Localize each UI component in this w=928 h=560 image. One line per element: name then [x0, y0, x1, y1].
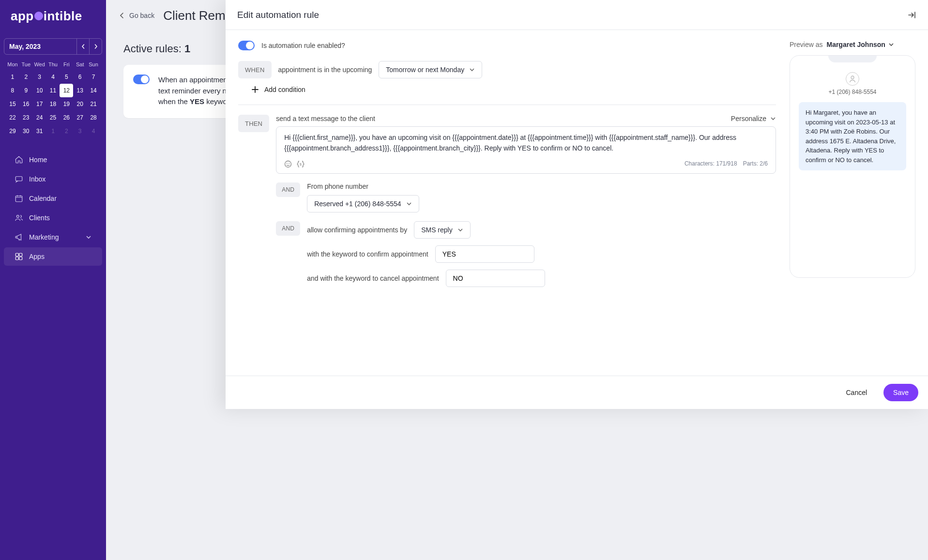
dow-label: Mon	[6, 59, 19, 70]
calendar-day[interactable]: 25	[46, 111, 60, 124]
brand-logo: appintible	[0, 0, 106, 34]
dow-label: Sat	[73, 59, 87, 70]
dow-label: Sun	[87, 59, 100, 70]
users-icon	[15, 213, 23, 222]
svg-rect-6	[19, 257, 22, 260]
cancel-keyword-input[interactable]	[446, 270, 545, 287]
calendar-day[interactable]: 16	[19, 97, 33, 111]
calendar-day[interactable]: 30	[19, 124, 33, 138]
calendar-day[interactable]: 7	[87, 70, 100, 84]
calendar-grid: MonTueWedThuFriSatSun1234567891011121314…	[4, 55, 102, 142]
confirm-method-select[interactable]: SMS reply	[414, 221, 471, 239]
home-icon	[15, 155, 23, 164]
message-textarea[interactable]: Hi {{{client.first_name}}}, you have an …	[276, 126, 776, 174]
svg-point-9	[289, 163, 290, 164]
calendar-day[interactable]: 22	[6, 111, 19, 124]
calendar-day[interactable]: 31	[33, 124, 46, 138]
add-condition-button[interactable]: Add condition	[238, 78, 318, 101]
person-icon	[849, 75, 856, 83]
nav-inbox[interactable]: Inbox	[4, 170, 102, 188]
and-chip: AND	[276, 221, 300, 236]
calendar-day[interactable]: 9	[19, 84, 33, 97]
go-back-button[interactable]: Go back	[119, 12, 154, 19]
calendar-day[interactable]: 3	[33, 70, 46, 84]
insert-variable-button[interactable]: $	[297, 160, 304, 168]
calendar-day[interactable]: 1	[46, 124, 60, 138]
calendar-day[interactable]: 28	[87, 111, 100, 124]
dow-label: Tue	[19, 59, 33, 70]
cancel-keyword-label: and with the keyword to cancel appointme…	[307, 274, 439, 282]
nav-calendar[interactable]: Calendar	[4, 189, 102, 208]
form-column: Is automation rule enabled? WHEN appoint…	[238, 41, 776, 376]
emoji-button[interactable]	[284, 160, 292, 168]
prev-month-button[interactable]	[76, 39, 89, 54]
calendar-day[interactable]: 24	[33, 111, 46, 124]
chevron-down-icon	[86, 234, 91, 240]
select-value: Reserved +1 (206) 848-5554	[314, 200, 401, 208]
dow-label: Fri	[60, 59, 73, 70]
smile-icon	[284, 160, 292, 168]
calendar-day[interactable]: 5	[60, 70, 73, 84]
nav-label: Clients	[29, 214, 50, 222]
calendar-day[interactable]: 18	[46, 97, 60, 111]
nav-label: Inbox	[29, 175, 46, 183]
nav-clients[interactable]: Clients	[4, 209, 102, 227]
svg-point-8	[287, 163, 288, 164]
then-text: send a text message to the client	[276, 115, 375, 122]
nav-apps[interactable]: Apps	[4, 247, 102, 266]
personalize-button[interactable]: Personalize	[731, 115, 776, 122]
calendar-day[interactable]: 12	[60, 84, 73, 97]
calendar-day[interactable]: 8	[6, 84, 19, 97]
calendar-day[interactable]: 14	[87, 84, 100, 97]
calendar-day[interactable]: 13	[73, 84, 87, 97]
calendar-day[interactable]: 2	[60, 124, 73, 138]
calendar-day[interactable]: 2	[19, 70, 33, 84]
calendar-day[interactable]: 1	[6, 70, 19, 84]
svg-rect-5	[15, 257, 18, 260]
calendar-day[interactable]: 4	[46, 70, 60, 84]
calendar-day[interactable]: 17	[33, 97, 46, 111]
panel-title: Edit automation rule	[237, 10, 908, 20]
calendar-day[interactable]: 10	[33, 84, 46, 97]
confirm-keyword-input[interactable]	[435, 245, 534, 263]
go-back-label: Go back	[129, 12, 154, 19]
month-label[interactable]: May, 2023	[4, 43, 76, 50]
calendar-day[interactable]: 27	[73, 111, 87, 124]
calendar-day[interactable]: 20	[73, 97, 87, 111]
nav-label: Marketing	[29, 233, 59, 241]
calendar-day[interactable]: 4	[87, 124, 100, 138]
nav-label: Calendar	[29, 195, 57, 202]
when-timeframe-select[interactable]: Tomorrow or next Monday	[379, 61, 482, 78]
from-phone-select[interactable]: Reserved +1 (206) 848-5554	[307, 195, 419, 212]
calendar-day[interactable]: 23	[19, 111, 33, 124]
svg-rect-3	[15, 253, 18, 256]
calendar-day[interactable]: 15	[6, 97, 19, 111]
calendar-day[interactable]: 29	[6, 124, 19, 138]
plus-icon	[251, 85, 259, 94]
enable-rule-toggle[interactable]	[238, 41, 255, 50]
nav-marketing[interactable]: Marketing	[4, 228, 102, 246]
calendar-day[interactable]: 19	[60, 97, 73, 111]
preview-person-name: Margaret Johnson	[826, 41, 885, 48]
svg-point-11	[851, 76, 854, 79]
calendar-day[interactable]: 11	[46, 84, 60, 97]
select-value: Tomorrow or next Monday	[386, 66, 464, 74]
preview-person-select[interactable]: Margaret Johnson	[826, 41, 894, 48]
collapse-right-icon	[908, 11, 916, 19]
personalize-label: Personalize	[731, 115, 766, 122]
calendar-day[interactable]: 3	[73, 124, 87, 138]
chevron-down-icon	[469, 67, 475, 73]
mini-calendar: May, 2023 MonTueWedThuFriSatSun123456789…	[4, 38, 102, 142]
collapse-panel-button[interactable]	[908, 11, 916, 19]
calendar-day[interactable]: 21	[87, 97, 100, 111]
calendar-day[interactable]: 6	[73, 70, 87, 84]
confirm-method-label: allow confirming appointments by	[307, 226, 407, 234]
nav-home[interactable]: Home	[4, 151, 102, 169]
calendar-day[interactable]: 26	[60, 111, 73, 124]
next-month-button[interactable]	[89, 39, 102, 54]
chevron-down-icon	[406, 201, 412, 207]
save-button[interactable]: Save	[883, 384, 918, 401]
rule-card-toggle[interactable]	[133, 75, 150, 84]
divider	[238, 105, 776, 105]
cancel-button[interactable]: Cancel	[836, 384, 877, 401]
